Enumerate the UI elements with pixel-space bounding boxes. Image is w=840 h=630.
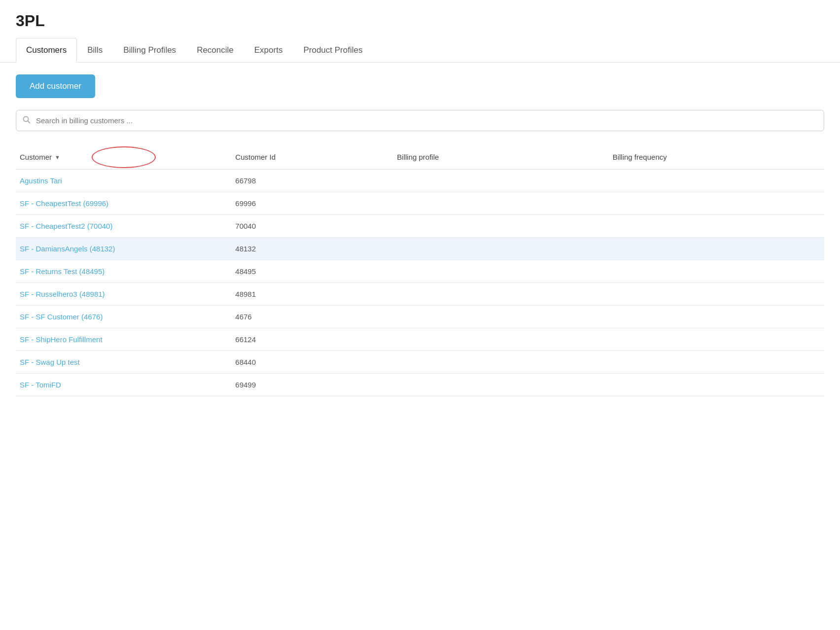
customer-id-cell: 68440 bbox=[231, 351, 393, 373]
column-header-billing-profile: Billing profile bbox=[393, 150, 608, 164]
tab-billing-profiles[interactable]: Billing Profiles bbox=[113, 38, 186, 63]
table-row: SF - Returns Test (48495)48495 bbox=[16, 260, 824, 283]
search-icon bbox=[23, 116, 31, 126]
search-input[interactable] bbox=[16, 110, 824, 131]
customer-id-cell: 70040 bbox=[231, 215, 393, 237]
customer-name-cell: SF - Swag Up test bbox=[16, 351, 231, 373]
billing-frequency-cell bbox=[609, 306, 824, 328]
tab-bills[interactable]: Bills bbox=[77, 38, 113, 63]
billing-frequency-cell bbox=[609, 170, 824, 192]
billing-frequency-cell bbox=[609, 328, 824, 350]
table-header: Customer ▼ Customer Id Billing profile B… bbox=[16, 145, 824, 170]
column-header-customer[interactable]: Customer ▼ bbox=[16, 150, 231, 164]
billing-frequency-cell bbox=[609, 283, 824, 305]
billing-profile-cell bbox=[393, 260, 608, 282]
column-header-customer-id: Customer Id bbox=[231, 150, 393, 164]
customer-link[interactable]: SF - SF Customer (4676) bbox=[20, 313, 103, 321]
tab-product-profiles[interactable]: Product Profiles bbox=[293, 38, 373, 63]
customer-name-cell: SF - Russelhero3 (48981) bbox=[16, 283, 231, 305]
billing-frequency-cell bbox=[609, 192, 824, 214]
customer-id-cell: 48132 bbox=[231, 238, 393, 260]
billing-frequency-cell bbox=[609, 374, 824, 396]
column-highlight-circle bbox=[92, 146, 156, 168]
customer-link[interactable]: SF - Swag Up test bbox=[20, 358, 80, 366]
table-row: SF - SF Customer (4676)4676 bbox=[16, 306, 824, 328]
billing-profile-cell bbox=[393, 238, 608, 260]
table-body: Agustins Tari66798SF - CheapestTest (699… bbox=[16, 170, 824, 396]
billing-frequency-cell bbox=[609, 215, 824, 237]
table-row: SF - DamiansAngels (48132)48132 bbox=[16, 238, 824, 260]
tabs-container: CustomersBillsBilling ProfilesReconcileE… bbox=[0, 38, 840, 63]
customer-id-cell: 48981 bbox=[231, 283, 393, 305]
customer-name-cell: SF - CheapestTest2 (70040) bbox=[16, 215, 231, 237]
tab-exports[interactable]: Exports bbox=[244, 38, 293, 63]
customer-name-cell: SF - CheapestTest (69996) bbox=[16, 192, 231, 214]
customer-id-cell: 69499 bbox=[231, 374, 393, 396]
customer-link[interactable]: SF - CheapestTest2 (70040) bbox=[20, 222, 112, 230]
customer-id-cell: 4676 bbox=[231, 306, 393, 328]
search-container bbox=[16, 110, 824, 131]
billing-profile-cell bbox=[393, 170, 608, 192]
billing-profile-cell bbox=[393, 306, 608, 328]
customer-link[interactable]: SF - CheapestTest (69996) bbox=[20, 199, 108, 208]
add-customer-button[interactable]: Add customer bbox=[16, 74, 95, 98]
column-header-billing-frequency: Billing frequency bbox=[609, 150, 824, 164]
table-row: SF - ShipHero Fulfillment66124 bbox=[16, 328, 824, 351]
customer-id-cell: 66798 bbox=[231, 170, 393, 192]
billing-frequency-cell bbox=[609, 260, 824, 282]
billing-profile-cell bbox=[393, 215, 608, 237]
svg-line-1 bbox=[28, 121, 30, 123]
table-row: Agustins Tari66798 bbox=[16, 170, 824, 192]
customer-name-cell: Agustins Tari bbox=[16, 170, 231, 192]
billing-profile-cell bbox=[393, 283, 608, 305]
table-row: SF - Russelhero3 (48981)48981 bbox=[16, 283, 824, 306]
customer-name-cell: SF - DamiansAngels (48132) bbox=[16, 238, 231, 260]
customer-link[interactable]: Agustins Tari bbox=[20, 176, 62, 185]
sort-arrow-icon: ▼ bbox=[55, 154, 60, 160]
table-row: SF - Swag Up test68440 bbox=[16, 351, 824, 374]
billing-profile-cell bbox=[393, 351, 608, 373]
app-header: 3PL bbox=[0, 0, 840, 34]
customer-name-cell: SF - Returns Test (48495) bbox=[16, 260, 231, 282]
billing-profile-cell bbox=[393, 192, 608, 214]
billing-frequency-cell bbox=[609, 351, 824, 373]
billing-profile-cell bbox=[393, 328, 608, 350]
billing-frequency-cell bbox=[609, 238, 824, 260]
tab-customers[interactable]: Customers bbox=[16, 38, 77, 63]
customers-table: Customer ▼ Customer Id Billing profile B… bbox=[16, 145, 824, 396]
table-row: SF - TomiFD69499 bbox=[16, 374, 824, 396]
tab-reconcile[interactable]: Reconcile bbox=[186, 38, 244, 63]
customer-link[interactable]: SF - ShipHero Fulfillment bbox=[20, 335, 103, 344]
content-area: Add customer Customer ▼ Customer Id Bill… bbox=[0, 63, 840, 408]
customer-link[interactable]: SF - DamiansAngels (48132) bbox=[20, 245, 115, 253]
customer-link[interactable]: SF - Russelhero3 (48981) bbox=[20, 290, 105, 298]
customer-link[interactable]: SF - Returns Test (48495) bbox=[20, 267, 105, 276]
app-title: 3PL bbox=[16, 12, 824, 30]
customer-link[interactable]: SF - TomiFD bbox=[20, 381, 61, 389]
customer-name-cell: SF - ShipHero Fulfillment bbox=[16, 328, 231, 350]
customer-name-cell: SF - SF Customer (4676) bbox=[16, 306, 231, 328]
customer-name-cell: SF - TomiFD bbox=[16, 374, 231, 396]
customer-id-cell: 48495 bbox=[231, 260, 393, 282]
customer-id-cell: 69996 bbox=[231, 192, 393, 214]
table-row: SF - CheapestTest (69996)69996 bbox=[16, 192, 824, 215]
table-row: SF - CheapestTest2 (70040)70040 bbox=[16, 215, 824, 238]
billing-profile-cell bbox=[393, 374, 608, 396]
customer-id-cell: 66124 bbox=[231, 328, 393, 350]
